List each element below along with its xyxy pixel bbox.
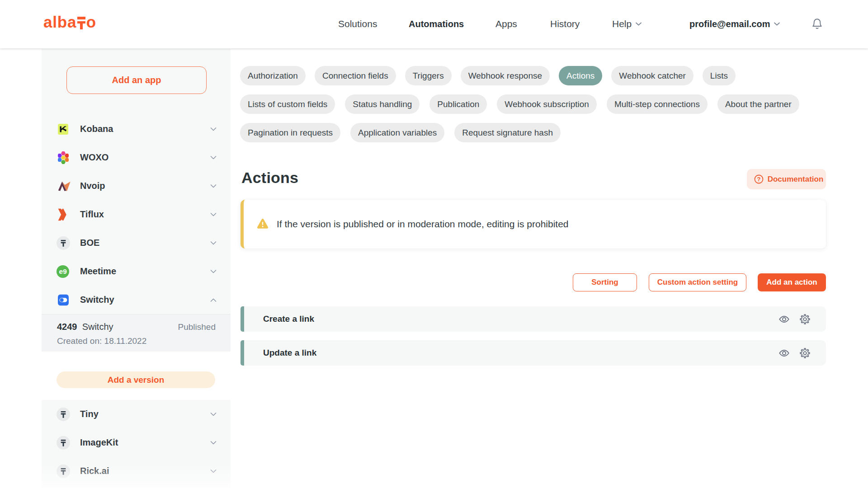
svg-text:?: ? (757, 176, 760, 183)
svg-text:e9: e9 (59, 267, 67, 275)
